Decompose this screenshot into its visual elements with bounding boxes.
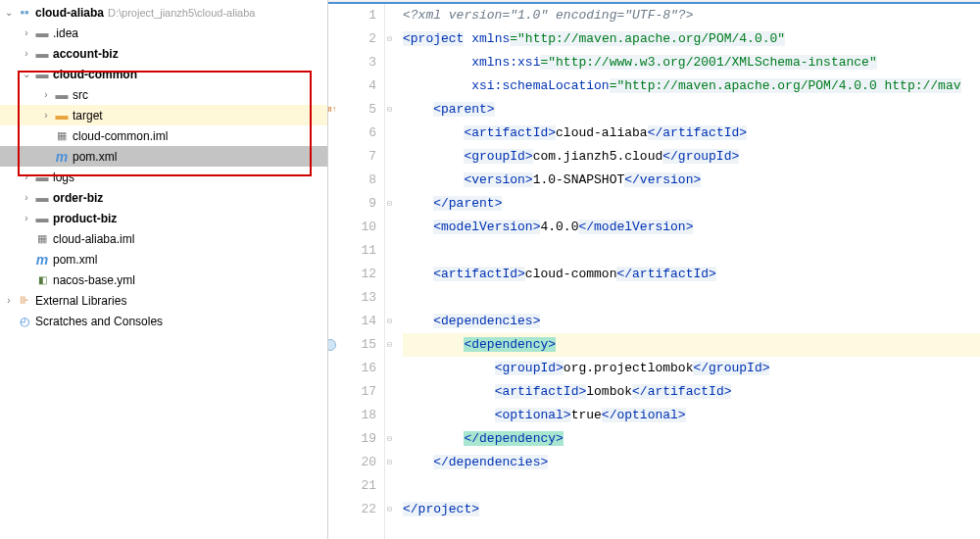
- fold-start-icon[interactable]: ⊟: [387, 98, 392, 122]
- code-line: <artifactId>cloud-common</artifactId>: [403, 263, 980, 286]
- tree-root-pom[interactable]: m pom.xml: [0, 249, 327, 270]
- iml-icon: ▦: [53, 129, 71, 142]
- tree-pom-xml[interactable]: m pom.xml: [0, 146, 327, 167]
- code-line: </parent>: [403, 192, 980, 216]
- code-line: <groupId>com.jianzh5.cloud</groupId>: [403, 145, 980, 169]
- tree-cloud-aliaba-iml[interactable]: ▦ cloud-aliaba.iml: [0, 228, 327, 249]
- gutter-circle-icon[interactable]: [328, 339, 336, 351]
- item-label: cloud-common.iml: [73, 129, 168, 143]
- code-line: <optional>true</optional>: [403, 404, 980, 427]
- chevron-right-icon[interactable]: ›: [20, 213, 33, 223]
- item-label: cloud-common: [53, 68, 137, 81]
- item-label: nacos-base.yml: [53, 273, 135, 287]
- code-content[interactable]: <?xml version="1.0" encoding="UTF-8"?> <…: [399, 4, 980, 539]
- maven-icon: m: [53, 149, 71, 165]
- item-label: pom.xml: [53, 253, 97, 267]
- fold-start-icon[interactable]: ⊟: [387, 310, 392, 333]
- scratch-icon: ◴: [16, 315, 33, 328]
- item-label: cloud-aliaba.iml: [53, 232, 134, 246]
- project-tree[interactable]: ⌄ ▪▪ cloud-aliaba D:\project_jianzh5\clo…: [0, 0, 328, 539]
- code-line: <artifactId>cloud-aliaba</artifactId>: [403, 122, 980, 145]
- code-line: <modelVersion>4.0.0</modelVersion>: [403, 216, 980, 239]
- folder-icon: ▬: [53, 87, 71, 102]
- code-line: </dependencies>: [403, 451, 980, 474]
- item-label: target: [73, 109, 103, 122]
- folder-icon: ▬: [33, 211, 51, 225]
- tree-logs[interactable]: › ▬ logs: [0, 167, 327, 187]
- code-line: <project xmlns="http://maven.apache.org/…: [403, 27, 980, 51]
- tree-src[interactable]: › ▬ src: [0, 84, 327, 105]
- chevron-down-icon[interactable]: ⌄: [20, 69, 33, 79]
- item-label: External Libraries: [35, 294, 126, 308]
- chevron-right-icon[interactable]: ›: [39, 110, 53, 121]
- folder-icon: ▬: [33, 46, 51, 61]
- line-number-gutter: 1 2 3 4 m↑5 6 7 8 9 10 11 12 13 14 15 16…: [328, 4, 385, 539]
- tree-target[interactable]: › ▬ target: [0, 105, 327, 125]
- fold-start-icon[interactable]: ⊟: [387, 333, 392, 357]
- code-line: xmlns:xsi="http://www.w3.org/2001/XMLSch…: [403, 51, 980, 74]
- code-editor[interactable]: 1 2 3 4 m↑5 6 7 8 9 10 11 12 13 14 15 16…: [328, 0, 980, 539]
- tree-external-libraries[interactable]: › ⊪ External Libraries: [0, 290, 327, 311]
- code-line: <dependencies>: [403, 310, 980, 333]
- folder-icon: ▬: [53, 108, 71, 122]
- code-line: </dependency>: [403, 427, 980, 451]
- fold-end-icon[interactable]: ⊟: [387, 498, 392, 521]
- code-line: [403, 239, 980, 263]
- folder-icon: ▬: [33, 25, 51, 40]
- code-line: <groupId>org.projectlombok</groupId>: [403, 357, 980, 380]
- root-path: D:\project_jianzh5\cloud-aliaba: [108, 7, 255, 19]
- library-icon: ⊪: [16, 294, 33, 307]
- code-line: </project>: [403, 498, 980, 521]
- item-label: pom.xml: [73, 150, 117, 164]
- tree-idea[interactable]: › ▬ .idea: [0, 23, 327, 43]
- folder-icon: ▬: [33, 190, 51, 205]
- chevron-right-icon[interactable]: ›: [20, 48, 33, 59]
- code-line: <parent>: [403, 98, 980, 122]
- item-label: src: [73, 88, 88, 102]
- folder-icon: ▬: [33, 67, 51, 81]
- chevron-right-icon[interactable]: ›: [2, 295, 16, 306]
- code-line: [403, 286, 980, 310]
- tree-root[interactable]: ⌄ ▪▪ cloud-aliaba D:\project_jianzh5\clo…: [0, 2, 327, 23]
- yml-icon: ◧: [33, 274, 51, 285]
- tree-product-biz[interactable]: › ▬ product-biz: [0, 208, 327, 228]
- chevron-right-icon[interactable]: ›: [39, 89, 53, 100]
- fold-start-icon[interactable]: ⊟: [387, 27, 392, 51]
- code-line: <?xml version="1.0" encoding="UTF-8"?>: [403, 4, 980, 27]
- root-label: cloud-aliaba: [35, 6, 104, 20]
- fold-column[interactable]: ⊟ ⊟ ⊟ ⊟ ⊟ ⊟ ⊟ ⊟: [385, 4, 399, 539]
- folder-icon: ▬: [33, 170, 51, 184]
- code-line: <artifactId>lombok</artifactId>: [403, 380, 980, 404]
- item-label: Scratches and Consoles: [35, 315, 163, 328]
- item-label: product-biz: [53, 212, 117, 225]
- tree-scratches[interactable]: ◴ Scratches and Consoles: [0, 311, 327, 331]
- code-line: <version>1.0-SNAPSHOT</version>: [403, 169, 980, 192]
- tree-account-biz[interactable]: › ▬ account-biz: [0, 43, 327, 64]
- code-line: [403, 474, 980, 498]
- fold-end-icon[interactable]: ⊟: [387, 451, 392, 474]
- fold-end-icon[interactable]: ⊟: [387, 427, 392, 451]
- gutter-m-mark: m↑: [328, 98, 337, 122]
- item-label: .idea: [53, 26, 78, 40]
- item-label: logs: [53, 171, 74, 184]
- fold-end-icon[interactable]: ⊟: [387, 192, 392, 216]
- chevron-down-icon[interactable]: ⌄: [2, 7, 16, 18]
- tree-cloud-common[interactable]: ⌄ ▬ cloud-common: [0, 64, 327, 84]
- chevron-right-icon[interactable]: ›: [20, 27, 33, 38]
- item-label: account-biz: [53, 47, 119, 61]
- iml-icon: ▦: [33, 232, 51, 245]
- tree-nacos-base[interactable]: ◧ nacos-base.yml: [0, 270, 327, 290]
- maven-icon: m: [33, 252, 51, 268]
- chevron-right-icon[interactable]: ›: [20, 192, 33, 203]
- tree-cloud-common-iml[interactable]: ▦ cloud-common.iml: [0, 125, 327, 146]
- tree-order-biz[interactable]: › ▬ order-biz: [0, 187, 327, 208]
- module-folder-icon: ▪▪: [16, 5, 33, 20]
- item-label: order-biz: [53, 191, 103, 205]
- code-line: xsi:schemaLocation="http://maven.apache.…: [403, 74, 980, 98]
- code-line: <dependency>: [403, 333, 980, 357]
- chevron-right-icon[interactable]: ›: [20, 172, 33, 182]
